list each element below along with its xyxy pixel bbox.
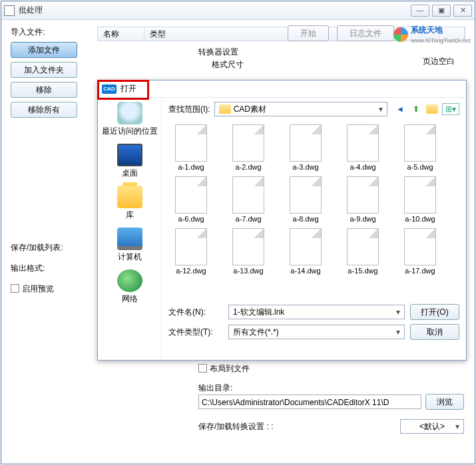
file-icon	[175, 176, 207, 214]
filename-label: 文件名(N):	[168, 307, 223, 318]
log-button[interactable]: 日志文件	[337, 25, 394, 41]
file-item[interactable]: a-2.dwg	[226, 124, 271, 171]
filetype-label: 文件类型(T):	[168, 327, 223, 338]
file-item[interactable]: a-7.dwg	[226, 176, 271, 223]
new-folder-icon[interactable]	[426, 103, 438, 115]
watermark-logo-icon	[393, 27, 408, 42]
add-file-button[interactable]: 添加文件	[11, 42, 77, 58]
format-size-label: 格式尺寸	[212, 59, 244, 71]
converter-group: 转换器设置 格式尺寸	[198, 47, 244, 71]
col-name: 名称	[98, 27, 144, 41]
file-icon	[175, 228, 207, 265]
file-icon	[290, 124, 322, 162]
app-icon	[4, 5, 15, 16]
open-dialog-title: 打开	[120, 83, 136, 94]
desktop-icon	[117, 144, 142, 166]
folder-icon	[219, 104, 231, 114]
open-button[interactable]: 打开(O)	[410, 304, 459, 320]
file-item[interactable]: a-10.dwg	[397, 176, 443, 223]
start-button[interactable]: 开始	[288, 25, 329, 41]
output-dir-input[interactable]: C:\Users\Administrator\Documents\CADEdit…	[198, 394, 421, 409]
file-item[interactable]: a-12.dwg	[168, 228, 214, 275]
file-icon	[175, 124, 207, 162]
file-icon	[404, 124, 436, 162]
dist-files-checkbox[interactable]: 布局到文件	[198, 363, 464, 375]
remove-button[interactable]: 移除	[11, 82, 77, 98]
watermark: 系统天地 www.XiTongTianDi.net	[393, 25, 471, 44]
file-icon	[232, 176, 264, 214]
file-item[interactable]: a-9.dwg	[340, 176, 385, 223]
window-title: 批处理	[19, 5, 411, 16]
cad-icon: CAD	[102, 84, 117, 94]
cancel-button[interactable]: 取消	[410, 324, 459, 340]
file-icon	[404, 228, 436, 265]
file-icon	[232, 124, 264, 162]
titlebar: 批处理 — ▣ ✕	[1, 1, 475, 20]
place-recent[interactable]: 最近访问的位置	[98, 102, 161, 137]
computer-icon	[117, 228, 142, 250]
file-item[interactable]: a-15.dwg	[340, 228, 385, 275]
file-icon	[404, 176, 436, 214]
place-network[interactable]: 网络	[98, 269, 161, 305]
enable-preview-checkbox[interactable]: 启用预览	[11, 283, 84, 295]
file-item[interactable]: a-3.dwg	[283, 124, 328, 171]
place-computer[interactable]: 计算机	[98, 228, 161, 263]
file-item[interactable]: a-17.dwg	[397, 228, 443, 275]
file-list[interactable]: a-1.dwga-2.dwga-3.dwga-4.dwga-5.dwga-6.d…	[168, 122, 459, 300]
up-icon[interactable]: ⬆	[410, 103, 422, 115]
maximize-button[interactable]: ▣	[432, 5, 451, 17]
library-icon	[117, 186, 142, 208]
view-menu-icon[interactable]: ⊞▾	[442, 103, 459, 115]
output-dir-label: 输出目录:	[198, 383, 464, 394]
import-label: 导入文件:	[11, 27, 84, 38]
file-icon	[347, 228, 379, 265]
recent-icon	[117, 102, 142, 124]
file-icon	[290, 176, 322, 214]
output-format-label: 输出格式:	[11, 263, 84, 274]
file-item[interactable]: a-8.dwg	[283, 176, 328, 223]
back-icon[interactable]: ◄	[394, 103, 406, 115]
minimize-button[interactable]: —	[411, 5, 429, 17]
filename-input[interactable]: 1-软文编辑.lnk	[228, 305, 405, 319]
converter-label: 转换器设置	[198, 47, 244, 58]
filetype-combo[interactable]: 所有文件(*.*)	[228, 325, 405, 339]
lookin-combo[interactable]: CAD素材	[214, 102, 387, 116]
places-bar: 最近访问的位置 桌面 库 计算机 网络	[98, 98, 162, 360]
file-icon	[347, 124, 379, 162]
place-desktop[interactable]: 桌面	[98, 144, 161, 179]
file-icon	[347, 176, 379, 214]
save-settings-label: 保存/加载转换设置 : :	[198, 421, 274, 432]
browse-button[interactable]: 浏览	[425, 394, 464, 410]
file-item[interactable]: a-5.dwg	[397, 124, 443, 171]
page-margin-label: 页边空白	[423, 56, 455, 67]
file-item[interactable]: a-13.dwg	[226, 228, 271, 275]
lookin-label: 查找范围(I):	[168, 104, 210, 115]
close-button[interactable]: ✕	[453, 5, 472, 17]
settings-preset-combo[interactable]: <默认>	[400, 419, 464, 434]
place-library[interactable]: 库	[98, 186, 161, 221]
batch-window: 批处理 — ▣ ✕ 导入文件: 添加文件 加入文件夹 移除 移除所有 名称 类型…	[1, 1, 475, 464]
add-folder-button[interactable]: 加入文件夹	[11, 62, 77, 78]
file-icon	[290, 228, 322, 265]
file-item[interactable]: a-1.dwg	[168, 124, 214, 171]
network-icon	[117, 269, 142, 292]
open-dialog: CAD 打开 最近访问的位置 桌面 库 计算机 网络 查找范围(I): CAD素…	[97, 80, 467, 361]
remove-all-button[interactable]: 移除所有	[11, 102, 77, 118]
file-item[interactable]: a-6.dwg	[168, 176, 214, 223]
file-item[interactable]: a-4.dwg	[340, 124, 385, 171]
save-list-label: 保存/加载列表:	[11, 242, 84, 253]
file-item[interactable]: a-14.dwg	[283, 228, 328, 275]
file-icon	[232, 228, 264, 265]
